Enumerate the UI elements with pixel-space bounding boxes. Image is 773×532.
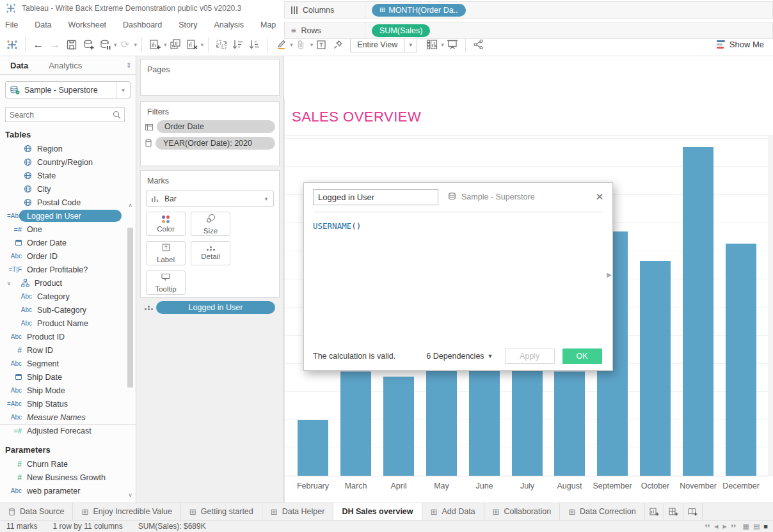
- dialog-close-icon[interactable]: ✕: [593, 191, 606, 203]
- parameter-churn-rate[interactable]: #Churn Rate: [0, 457, 136, 471]
- field-region[interactable]: Region: [0, 142, 136, 155]
- field-one[interactable]: =#One: [0, 223, 136, 236]
- sort-descending-button[interactable]: [246, 36, 263, 54]
- tab-analytics[interactable]: Analytics: [38, 56, 92, 74]
- expand-date-icon[interactable]: ⊞: [379, 6, 385, 14]
- search-input[interactable]: [6, 111, 113, 120]
- sheet-tab-data-source[interactable]: Data Source: [0, 503, 73, 520]
- panel-swap-icon[interactable]: ⇕: [126, 61, 132, 70]
- tile-view-icon[interactable]: ▦: [743, 522, 749, 531]
- fit-selector-caret[interactable]: ▾: [404, 38, 417, 52]
- marks-pill-logged-in-user[interactable]: Logged in User: [156, 301, 275, 314]
- bar-may[interactable]: [426, 370, 457, 476]
- bar-june[interactable]: [469, 370, 500, 476]
- fullscreen-view-icon[interactable]: ■: [763, 522, 768, 530]
- field-sub-category[interactable]: AbcSub-Category: [0, 303, 136, 317]
- new-story-tab-button[interactable]: [683, 503, 703, 520]
- sheet-tab-collaboration[interactable]: ⊞Collaboration: [484, 503, 561, 520]
- menu-dashboard[interactable]: Dashboard: [123, 20, 162, 29]
- field-order-id[interactable]: AbcOrder ID: [0, 249, 136, 263]
- sheet-tab-getting-started[interactable]: ⊞Getting started: [181, 503, 262, 520]
- new-dashboard-tab-button[interactable]: [664, 503, 683, 520]
- sheet-tab-add-data[interactable]: ⊞Add Data: [422, 503, 484, 520]
- bar-march[interactable]: [340, 372, 371, 476]
- dependencies-dropdown[interactable]: 6 Dependencies ▼: [426, 352, 493, 361]
- menu-file[interactable]: File: [5, 20, 18, 29]
- redo-button[interactable]: →: [47, 36, 63, 54]
- worksheet-scrollbar-track[interactable]: [768, 135, 773, 476]
- field-category[interactable]: AbcCategory: [0, 290, 136, 303]
- field-country-region[interactable]: Country/Region: [0, 155, 136, 169]
- sheet-tab-enjoy-incredible-value[interactable]: ⊞Enjoy Incredible Value: [73, 503, 180, 520]
- menu-analysis[interactable]: Analysis: [214, 20, 244, 29]
- menu-story[interactable]: Story: [179, 20, 197, 29]
- dialog-expand-arrow-icon[interactable]: ▶: [607, 271, 612, 278]
- field-product-name[interactable]: AbcProduct Name: [0, 317, 136, 330]
- rows-shelf[interactable]: ≡Rows SUM(Sales): [284, 22, 773, 39]
- field-ship-date[interactable]: Ship Date: [0, 370, 136, 384]
- pause-updates-button[interactable]: [97, 36, 113, 54]
- refresh-button[interactable]: ⟳: [117, 36, 134, 54]
- field-adjusted-forecast[interactable]: =#Adjusted Forecast: [0, 424, 136, 437]
- search-box[interactable]: [5, 107, 125, 122]
- parameter-new-business-growth[interactable]: #New Business Growth: [0, 471, 136, 484]
- columns-pill-month-order-date[interactable]: ⊞ MONTH(Order Da..: [372, 4, 466, 17]
- menu-map[interactable]: Map: [260, 20, 276, 29]
- scroll-down-icon[interactable]: ∨: [126, 492, 134, 500]
- expander-icon[interactable]: ∨: [5, 280, 13, 286]
- pages-card[interactable]: Pages: [140, 59, 280, 96]
- marks-card[interactable]: Marks Bar ▾ ColorSizeLabelDetailTooltip …: [140, 170, 280, 298]
- bar-october[interactable]: [640, 261, 671, 476]
- field-measure-names[interactable]: AbcMeasure Names: [0, 411, 136, 424]
- sort-ascending-button[interactable]: [230, 36, 246, 54]
- filters-card[interactable]: Filters Order DateYEAR(Order Date): 2020: [140, 101, 280, 166]
- tab-data[interactable]: Data: [0, 56, 38, 74]
- filter-pill-year-order-date-2020[interactable]: YEAR(Order Date): 2020: [155, 137, 275, 150]
- tooltip-button[interactable]: Tooltip: [146, 270, 186, 295]
- nav-prev-icon[interactable]: ◀: [714, 524, 718, 529]
- menu-worksheet[interactable]: Worksheet: [68, 20, 107, 29]
- menu-data[interactable]: Data: [35, 20, 51, 29]
- new-worksheet-tab-button[interactable]: [645, 503, 664, 520]
- field-city[interactable]: City: [0, 182, 136, 196]
- scrollbar-thumb[interactable]: [127, 228, 133, 387]
- bar-december[interactable]: [726, 244, 756, 476]
- field-ship-status[interactable]: =AbcShip Status: [0, 397, 136, 411]
- swap-rows-columns-button[interactable]: [213, 36, 230, 54]
- ok-button[interactable]: OK: [562, 348, 602, 364]
- formula-editor[interactable]: USERNAME(): [313, 221, 361, 231]
- clear-sheet-caret[interactable]: ▾: [201, 42, 204, 48]
- datasource-selector[interactable]: Sample - Superstore ▾: [5, 81, 131, 98]
- bar-february[interactable]: [298, 420, 328, 476]
- bar-april[interactable]: [383, 377, 414, 476]
- field-postal-code[interactable]: Postal Code: [0, 196, 136, 209]
- new-worksheet-button[interactable]: [147, 36, 163, 54]
- color-button[interactable]: Color: [146, 212, 186, 236]
- sheet-tab-data-helper[interactable]: ⊞Data Helper: [262, 503, 334, 520]
- field-segment[interactable]: AbcSegment: [0, 357, 136, 370]
- clear-sheet-button[interactable]: [184, 36, 200, 54]
- columns-shelf[interactable]: Columns ⊞ MONTH(Order Da..: [284, 1, 773, 19]
- field-order-profitable[interactable]: =T|FOrder Profitable?: [0, 263, 136, 276]
- fields-scrollbar[interactable]: ∧ ∨: [126, 202, 134, 500]
- sheet-tab-dh-sales-overview[interactable]: DH Sales overview: [333, 503, 422, 520]
- save-button[interactable]: [63, 36, 80, 54]
- mark-type-selector[interactable]: Bar ▾: [146, 191, 274, 207]
- datasource-caret[interactable]: ▾: [116, 82, 130, 98]
- field-logged-in-user[interactable]: =AbcLogged in User: [0, 209, 136, 223]
- refresh-caret[interactable]: ▾: [134, 42, 138, 48]
- new-datasource-button[interactable]: [80, 36, 97, 54]
- nav-next-icon[interactable]: ▶: [722, 524, 726, 529]
- bar-november[interactable]: [683, 147, 713, 476]
- size-button[interactable]: Size: [191, 212, 230, 236]
- nav-last-icon[interactable]: ⏵⏵: [731, 523, 737, 529]
- mark-type-caret[interactable]: ▾: [259, 196, 273, 202]
- field-product[interactable]: ∨Product: [0, 276, 136, 290]
- field-ship-mode[interactable]: AbcShip Mode: [0, 384, 136, 397]
- nav-first-icon[interactable]: ⏴⏴: [705, 523, 710, 529]
- filmstrip-view-icon[interactable]: ▤: [753, 522, 760, 531]
- undo-button[interactable]: ←: [30, 36, 47, 54]
- duplicate-button[interactable]: [167, 36, 184, 54]
- bar-july[interactable]: [512, 370, 543, 476]
- field-row-id[interactable]: #Row ID: [0, 343, 136, 357]
